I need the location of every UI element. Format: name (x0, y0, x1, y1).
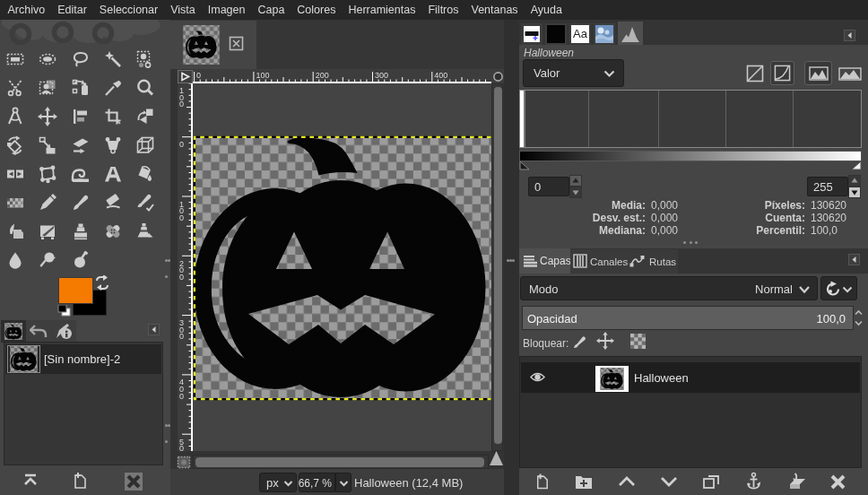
svg-text:200: 200 (316, 71, 329, 80)
svg-text:100: 100 (256, 71, 269, 80)
svg-text:400: 400 (434, 71, 447, 80)
svg-text:0: 0 (179, 332, 184, 341)
svg-text:0: 0 (179, 392, 184, 401)
svg-text:300: 300 (375, 71, 388, 80)
svg-text:0: 0 (179, 100, 184, 109)
svg-text:0: 0 (179, 444, 184, 451)
svg-text:0: 0 (196, 71, 201, 80)
svg-text:0: 0 (179, 140, 184, 149)
svg-text:0: 0 (179, 273, 184, 282)
svg-text:0: 0 (179, 213, 184, 222)
